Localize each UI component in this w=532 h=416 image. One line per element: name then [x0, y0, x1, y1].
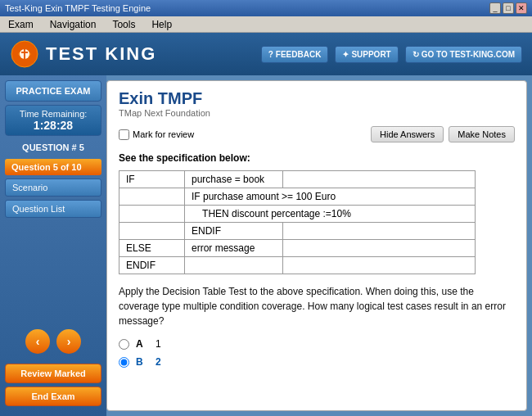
panel-title: Exin TMPF [119, 89, 515, 108]
feedback-icon: ? [268, 50, 273, 59]
spec-cell-1-2: purchase = book [185, 171, 283, 188]
header-nav: ? FEEDBACK ✦ SUPPORT ↻ GO TO TEST-KING.C… [261, 46, 522, 63]
spec-cell-4-3 [283, 223, 476, 240]
feedback-btn[interactable]: ? FEEDBACK [261, 46, 329, 63]
answer-radio-b[interactable] [119, 357, 129, 368]
sidebar-item-scenario[interactable]: Scenario [5, 179, 101, 197]
practice-exam-label: PRACTICE EXAM [5, 80, 101, 102]
mark-review-label: Mark for review [133, 129, 194, 139]
menu-navigation[interactable]: Navigation [47, 18, 100, 31]
spec-row-1: IF purchase = book [119, 171, 476, 188]
sidebar-item-question[interactable]: Question 5 of 10 [5, 159, 101, 175]
answer-label-b: B [136, 356, 149, 368]
prev-btn[interactable]: ‹ [25, 329, 50, 354]
end-exam-btn[interactable]: End Exam [5, 387, 101, 406]
menu-bar: Exam Navigation Tools Help [0, 16, 532, 33]
time-remaining-section: Time Remaining: 1:28:28 [5, 105, 101, 136]
spec-row-2: IF purchase amount >= 100 Euro [119, 188, 476, 206]
answer-value-b: 2 [156, 356, 161, 368]
spec-cell-4-1 [119, 223, 185, 240]
question-intro: See the specification below: [119, 152, 515, 164]
support-label: SUPPORT [351, 50, 390, 59]
panel-header: Exin TMPF TMap Next Foundation [107, 81, 526, 123]
answer-option-b: B 2 [119, 356, 515, 368]
panel-subtitle: TMap Next Foundation [119, 108, 515, 118]
toolbar-right: Hide Answers Make Notes [371, 126, 515, 142]
spec-row-3: THEN discount percentage :=10% [119, 206, 476, 223]
logo-text: TEST KING [46, 43, 156, 65]
content-area: PRACTICE EXAM Time Remaining: 1:28:28 QU… [0, 75, 532, 416]
title-bar: Test-King Exin TMPF Testing Engine _ □ ✕ [0, 0, 532, 16]
mark-review-checkbox[interactable] [119, 129, 129, 140]
make-notes-btn[interactable]: Make Notes [449, 126, 515, 142]
answer-label-a: A [136, 338, 149, 350]
hide-answers-btn[interactable]: Hide Answers [371, 126, 444, 142]
sidebar-bottom-btns: Review Marked End Exam [5, 364, 101, 411]
menu-help[interactable]: Help [148, 18, 175, 31]
app-header: TEST KING ? FEEDBACK ✦ SUPPORT ↻ GO TO T… [0, 33, 532, 75]
sidebar: PRACTICE EXAM Time Remaining: 1:28:28 QU… [0, 75, 106, 416]
spec-cell-2-2: IF purchase amount >= 100 Euro [185, 188, 476, 206]
time-remaining-label: Time Remaining: [12, 109, 94, 119]
close-btn[interactable]: ✕ [516, 2, 527, 14]
spec-row-6: ENDIF [119, 257, 476, 274]
spec-cell-5-2: error message [185, 240, 283, 257]
spec-cell-2-1 [119, 188, 185, 206]
answer-options: A 1 B 2 [119, 338, 515, 368]
spec-cell-3-2: THEN discount percentage :=10% [185, 206, 476, 223]
review-marked-btn[interactable]: Review Marked [5, 364, 101, 383]
menu-exam[interactable]: Exam [5, 18, 37, 31]
next-btn[interactable]: › [56, 329, 81, 354]
question-text: Apply the Decision Table Test to the abo… [119, 284, 515, 328]
time-value: 1:28:28 [12, 119, 94, 132]
logo-icon [10, 39, 39, 69]
sidebar-item-questionlist[interactable]: Question List [5, 200, 101, 218]
main-panel: Exin TMPF TMap Next Foundation Mark for … [106, 80, 527, 411]
spec-cell-6-1: ENDIF [119, 257, 185, 274]
nav-arrows: ‹ › [5, 323, 101, 360]
spec-cell-6-3 [283, 257, 476, 274]
spec-cell-4-2: ENDIF [185, 223, 283, 240]
goto-btn[interactable]: ↻ GO TO TEST-KING.COM [405, 46, 522, 63]
question-number: QUESTION # 5 [5, 139, 101, 156]
feedback-label: FEEDBACK [276, 50, 322, 59]
answer-option-a: A 1 [119, 338, 515, 350]
window-controls: _ □ ✕ [489, 2, 527, 14]
spec-cell-1-1: IF [119, 171, 185, 188]
spec-cell-6-2 [185, 257, 283, 274]
panel-content: See the specification below: IF purchase… [107, 146, 526, 410]
mark-review-section: Mark for review [119, 129, 194, 140]
support-icon: ✦ [342, 50, 349, 59]
spec-cell-5-3 [283, 240, 476, 257]
maximize-btn[interactable]: □ [503, 2, 514, 14]
goto-icon: ↻ [413, 50, 419, 59]
spec-row-4: ENDIF [119, 223, 476, 240]
app-body: TEST KING ? FEEDBACK ✦ SUPPORT ↻ GO TO T… [0, 33, 532, 416]
spec-cell-3-1 [119, 206, 185, 223]
goto-label: GO TO TEST-KING.COM [422, 50, 515, 59]
minimize-btn[interactable]: _ [489, 2, 501, 14]
support-btn[interactable]: ✦ SUPPORT [335, 46, 398, 63]
logo-area: TEST KING [10, 39, 156, 69]
window-title: Test-King Exin TMPF Testing Engine [5, 3, 151, 13]
menu-tools[interactable]: Tools [109, 18, 138, 31]
spec-row-5: ELSE error message [119, 240, 476, 257]
panel-toolbar: Mark for review Hide Answers Make Notes [107, 123, 526, 146]
spec-table: IF purchase = book IF purchase amount >=… [119, 170, 476, 274]
spec-cell-1-3 [283, 171, 476, 188]
answer-radio-a[interactable] [119, 339, 129, 350]
spec-cell-5-1: ELSE [119, 240, 185, 257]
answer-value-a: 1 [156, 338, 161, 350]
